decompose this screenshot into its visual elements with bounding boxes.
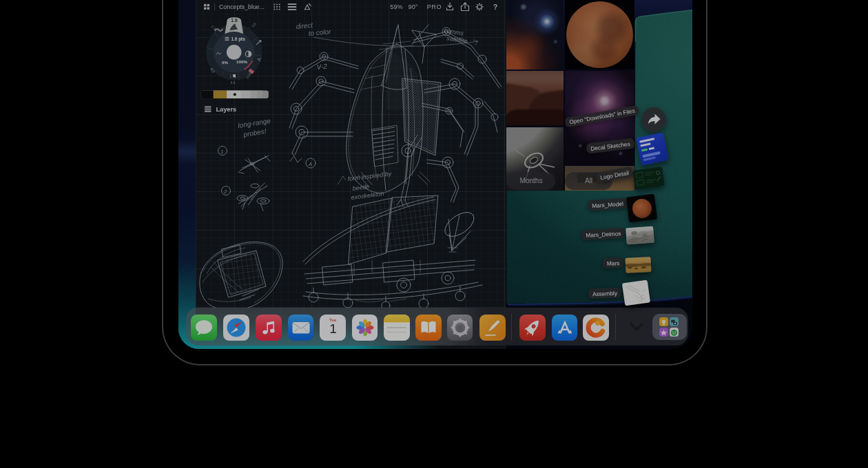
svg-text:0%: 0% xyxy=(222,60,228,65)
svg-text:A: A xyxy=(308,161,312,167)
svg-text:probes!: probes! xyxy=(242,127,267,138)
svg-text:2: 2 xyxy=(223,189,227,195)
svg-text:6.8: 6.8 xyxy=(231,81,236,85)
svg-text:3.5: 3.5 xyxy=(251,22,257,28)
svg-text:exoskeleton: exoskeleton xyxy=(351,190,384,201)
svg-text:100%: 100% xyxy=(236,59,247,64)
svg-text:?: ? xyxy=(493,3,497,11)
svg-text:Concepts_blue...: Concepts_blue... xyxy=(219,3,265,10)
svg-text:beetle: beetle xyxy=(352,183,370,192)
svg-text:Layers: Layers xyxy=(216,106,237,113)
svg-text:1.6: 1.6 xyxy=(231,18,238,23)
svg-text:1.6 pts: 1.6 pts xyxy=(231,36,246,42)
svg-text:59%: 59% xyxy=(390,3,402,10)
svg-text:1: 1 xyxy=(220,149,223,155)
svg-text:PRO: PRO xyxy=(427,3,442,10)
svg-text:90°: 90° xyxy=(409,3,418,10)
